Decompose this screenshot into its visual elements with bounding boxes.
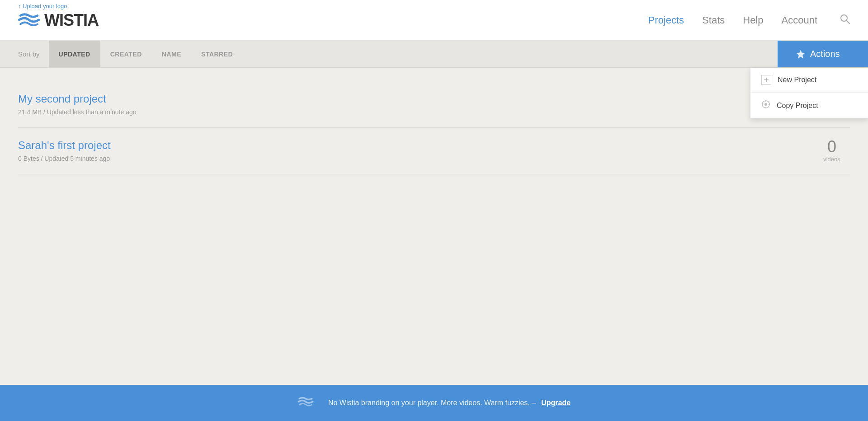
upload-logo-link[interactable]: ↑ Upload your logo [18, 3, 67, 9]
project-count-2: 0 [814, 139, 850, 155]
new-project-label: New Project [778, 76, 816, 84]
project-meta-2: 0 Bytes / Updated 5 minutes ago [18, 155, 110, 162]
sort-bar: Sort by UPDATED CREATED NAME STARRED Act… [0, 41, 868, 68]
svg-point-3 [764, 103, 767, 106]
footer-logo [297, 396, 314, 410]
copy-project-icon [761, 100, 770, 111]
upgrade-link[interactable]: Upgrade [541, 399, 571, 407]
actions-button[interactable]: Actions [778, 41, 868, 67]
sort-tab-updated[interactable]: UPDATED [49, 41, 100, 67]
table-row: Sarah's first project 0 Bytes / Updated … [18, 128, 850, 174]
footer: No Wistia branding on your player. More … [0, 385, 868, 421]
actions-label: Actions [810, 49, 840, 59]
project-info-2: Sarah's first project 0 Bytes / Updated … [18, 139, 814, 163]
nav-account[interactable]: Account [782, 14, 818, 26]
search-icon [840, 14, 850, 24]
logo-text: WISTIA [44, 11, 99, 30]
sort-tab-starred[interactable]: STARRED [191, 41, 243, 67]
project-name-link-2[interactable]: Sarah's first project [18, 139, 814, 152]
wistia-logo-icon [18, 12, 40, 28]
project-name-link-1[interactable]: My second project [18, 93, 814, 105]
actions-dropdown: + New Project Copy Project [750, 68, 868, 118]
project-info-1: My second project 21.4 MB / Updated less… [18, 93, 814, 116]
search-button[interactable] [840, 14, 850, 27]
logo-link[interactable]: WISTIA [18, 11, 99, 30]
copy-project-item[interactable]: Copy Project [750, 93, 868, 118]
table-row: My second project 21.4 MB / Updated less… [18, 81, 850, 128]
sort-by-label: Sort by [0, 41, 49, 67]
header: ↑ Upload your logo WISTIA Projects Stats… [0, 0, 868, 41]
main-nav: Projects Stats Help Account [648, 14, 850, 27]
nav-projects[interactable]: Projects [648, 14, 684, 26]
new-project-icon: + [761, 75, 771, 85]
actions-icon [796, 49, 806, 59]
copy-project-label: Copy Project [777, 102, 818, 110]
new-project-item[interactable]: + New Project [750, 68, 868, 93]
nav-help[interactable]: Help [743, 14, 763, 26]
sort-tab-created[interactable]: CREATED [100, 41, 152, 67]
footer-message: No Wistia branding on your player. More … [328, 399, 536, 407]
project-count-label-2: videos [823, 156, 840, 163]
main-content: My second project 21.4 MB / Updated less… [0, 68, 868, 385]
svg-line-1 [847, 20, 850, 23]
project-meta-1: 21.4 MB / Updated less than a minute ago [18, 108, 137, 116]
project-stats-2: 0 videos [814, 139, 850, 163]
actions-container: Actions + New Project [778, 41, 868, 67]
sort-tab-name[interactable]: NAME [152, 41, 191, 67]
nav-stats[interactable]: Stats [702, 14, 725, 26]
sort-tabs: UPDATED CREATED NAME STARRED [49, 41, 243, 67]
